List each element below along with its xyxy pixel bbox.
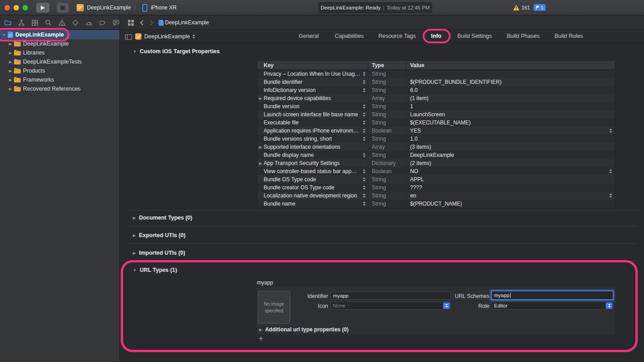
key-stepper[interactable] [363,202,365,206]
stop-button[interactable] [57,3,69,13]
editor-tab[interactable]: Info [431,30,442,43]
editor-tab[interactable]: General [299,30,319,43]
plist-row[interactable]: ▶ Application requires iPhone environm… … [257,127,615,135]
disclosure-icon[interactable]: ▶ [8,42,13,46]
additional-properties-row[interactable]: ▶ Additional url type properties (0) [259,326,349,333]
section-disclosure-icon[interactable]: ▶ [133,234,136,238]
disclosure-icon[interactable]: ▼ [2,33,6,37]
key-disclosure-icon[interactable]: ▶ [259,161,262,165]
test-navigator-icon[interactable] [71,18,79,27]
value-cell[interactable]: 1 [406,102,615,110]
section-custom-properties[interactable]: ▼ Custom iOS Target Properties [133,48,220,55]
disclosure-icon[interactable]: ▶ [8,51,13,55]
column-header-value[interactable]: Value [406,61,615,69]
key-disclosure-icon[interactable]: ▶ [259,145,262,149]
plist-row[interactable]: ▶ Localization native development region… [257,192,615,200]
plist-row[interactable]: ▶ Executable file String $(EXECUTABLE_NA… [257,119,615,127]
section-disclosure-icon[interactable]: ▼ [133,50,137,54]
value-cell[interactable]: ???? [406,183,615,192]
sidebar-item[interactable]: ▶ DeepLinkExampleTests [0,57,119,66]
disclosure-icon[interactable]: ▶ [8,78,13,82]
plist-row[interactable]: ▶ Supported interface orientations Array… [257,143,615,151]
editor-tab[interactable]: Build Settings [457,30,492,43]
value-cell[interactable]: en [406,192,615,200]
key-stepper[interactable] [363,185,365,190]
editor-tab[interactable]: Resource Tags [378,30,416,43]
sidebar-item[interactable]: ▶ Frameworks [0,75,119,84]
plist-row[interactable]: ▶ Launch screen interface file base name… [257,110,615,119]
column-header-type[interactable]: Type [368,61,406,69]
find-navigator-icon[interactable] [44,18,52,27]
key-stepper[interactable] [363,137,365,141]
plist-row[interactable]: ▶ Privacy – Location When In Use Usag… S… [257,70,615,78]
plist-row[interactable]: ▶ Required device capabilities Array (1 … [257,94,615,102]
value-cell[interactable]: (1 item) [406,94,615,102]
value-popup-stepper[interactable] [609,128,612,133]
key-stepper[interactable] [363,72,365,76]
key-stepper[interactable] [363,120,365,125]
section-disclosure-icon[interactable]: ▶ [133,216,136,220]
symbol-navigator-icon[interactable] [31,18,39,27]
plist-row[interactable]: ▶ View controller-based status bar app… … [257,167,615,175]
back-button[interactable] [137,18,146,27]
jumpbar-filename[interactable]: DeepLinkExample [165,15,209,30]
key-stepper[interactable] [363,169,365,174]
value-popup-stepper[interactable] [609,193,612,198]
value-popup-stepper[interactable] [609,169,612,174]
section-imported-utis[interactable]: ▶ Imported UTIs (0) [133,250,185,256]
value-cell[interactable]: $(PRODUCT_NAME) [406,200,615,208]
plist-row[interactable]: ▶ Bundle display name String DeepLinkExa… [257,151,615,159]
disclosure-icon[interactable]: ▶ [8,87,13,91]
section-disclosure-icon[interactable]: ▼ [133,268,137,272]
plist-row[interactable]: ▶ App Transport Security Settings Dictio… [257,159,615,167]
warning-count-badge[interactable]: 161 [513,4,530,11]
value-cell[interactable]: 1.0 [406,135,615,143]
value-cell[interactable]: $(PRODUCT_BUNDLE_IDENTIFIER) [406,78,615,86]
sidebar-divider[interactable] [119,15,120,362]
value-cell[interactable] [406,70,615,78]
breakpoint-navigator-icon[interactable] [98,18,106,27]
key-stepper[interactable] [363,88,365,92]
run-button[interactable] [36,3,50,13]
issue-count-badge[interactable]: 1 [534,4,546,11]
sidebar-item[interactable]: ▶ Libraries [0,48,119,57]
section-exported-utis[interactable]: ▶ Exported UTIs (0) [133,232,186,238]
value-cell[interactable]: $(EXECUTABLE_NAME) [406,119,615,127]
plist-row[interactable]: ▶ InfoDictionary version String 6.0 [257,86,615,94]
section-document-types[interactable]: ▶ Document Types (0) [133,215,192,221]
role-popup[interactable]: Editor [491,302,613,310]
plist-row[interactable]: ▶ Bundle identifier String $(PRODUCT_BUN… [257,78,615,86]
minimize-window-button[interactable] [14,5,19,10]
value-cell[interactable]: YES [406,127,615,135]
issue-navigator-icon[interactable] [58,18,66,27]
disclosure-icon[interactable]: ▶ [8,60,13,64]
value-cell[interactable]: (2 items) [406,159,615,167]
sidebar-item[interactable]: ▶ Products [0,66,119,75]
plist-row[interactable]: ▶ Bundle name String $(PRODUCT_NAME) [257,200,615,208]
sidebar-item[interactable]: ▼ DeepLinkExample [0,30,119,39]
column-header-key[interactable]: Key [257,61,368,69]
related-items-icon[interactable] [127,18,135,27]
debug-navigator-icon[interactable] [85,18,93,27]
plist-row[interactable]: ▶ Bundle versions string, short String 1… [257,135,615,143]
value-cell[interactable]: (3 items) [406,143,615,151]
plist-row[interactable]: ▶ Bundle OS Type code String APPL [257,175,615,183]
editor-tab[interactable]: Build Phases [507,30,540,43]
value-cell[interactable]: 6.0 [406,86,615,94]
value-cell[interactable]: DeepLinkExample [406,151,615,159]
source-control-navigator-icon[interactable] [17,18,25,27]
add-url-type-button[interactable]: + [257,335,265,343]
forward-button[interactable] [147,18,155,27]
report-navigator-icon[interactable] [112,18,120,27]
section-url-types[interactable]: ▼ URL Types (1) [133,267,177,273]
url-schemes-field[interactable]: myapp [491,291,613,300]
close-window-button[interactable] [5,5,10,10]
section-disclosure-icon[interactable]: ▶ [133,251,136,255]
key-stepper[interactable] [363,80,365,84]
additional-disclosure-icon[interactable]: ▶ [259,328,262,332]
key-stepper[interactable] [363,153,365,157]
scheme-selector[interactable]: DeepLinkExample 〉 iPhone XR [77,0,177,15]
key-stepper[interactable] [363,104,365,109]
editor-tab[interactable]: Build Rules [554,30,583,43]
key-stepper[interactable] [363,112,365,117]
